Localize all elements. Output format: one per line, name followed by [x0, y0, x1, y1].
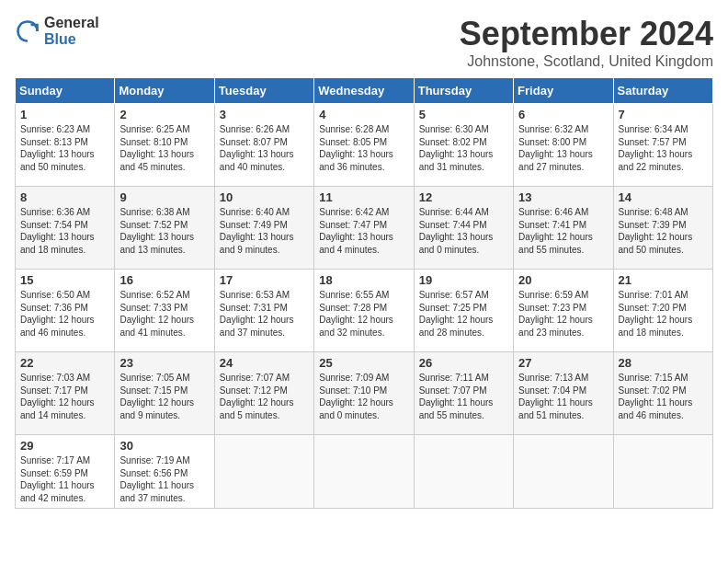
location-subtitle: Johnstone, Scotland, United Kingdom: [460, 53, 713, 70]
day-detail: Sunrise: 6:50 AMSunset: 7:36 PMDaylight:…: [20, 290, 95, 338]
day-number: 2: [119, 108, 209, 121]
header-sunday: Sunday: [16, 78, 115, 104]
calendar-cell: [514, 435, 613, 509]
calendar-cell: 7 Sunrise: 6:34 AMSunset: 7:57 PMDayligh…: [613, 104, 712, 187]
day-number: 15: [20, 273, 109, 287]
calendar-cell: 10 Sunrise: 6:40 AMSunset: 7:49 PMDaylig…: [214, 187, 313, 270]
day-number: 18: [319, 273, 408, 287]
day-detail: Sunrise: 7:01 AMSunset: 7:20 PMDaylight:…: [619, 290, 693, 338]
day-number: 16: [119, 273, 209, 287]
header-friday: Friday: [514, 78, 613, 104]
day-detail: Sunrise: 7:13 AMSunset: 7:04 PMDaylight:…: [518, 373, 593, 420]
day-number: 21: [619, 273, 708, 287]
day-detail: Sunrise: 6:30 AMSunset: 8:02 PMDaylight:…: [419, 124, 494, 172]
day-number: 28: [619, 356, 708, 370]
day-number: 6: [518, 108, 608, 121]
day-number: 7: [619, 108, 708, 121]
day-detail: Sunrise: 6:25 AMSunset: 8:10 PMDaylight:…: [119, 124, 194, 172]
day-detail: Sunrise: 6:55 AMSunset: 7:28 PMDaylight:…: [319, 290, 393, 338]
calendar-cell: 1 Sunrise: 6:23 AMSunset: 8:13 PMDayligh…: [16, 104, 115, 187]
day-number: 8: [20, 190, 109, 204]
calendar-cell: 24 Sunrise: 7:07 AMSunset: 7:12 PMDaylig…: [214, 352, 313, 435]
logo: General Blue: [15, 15, 99, 47]
day-detail: Sunrise: 6:32 AMSunset: 8:00 PMDaylight:…: [518, 124, 593, 172]
day-number: 24: [220, 356, 309, 370]
header-monday: Monday: [115, 78, 214, 104]
day-number: 4: [319, 108, 408, 121]
calendar-cell: 15 Sunrise: 6:50 AMSunset: 7:36 PMDaylig…: [16, 270, 115, 352]
logo-blue-text: Blue: [44, 31, 99, 48]
day-detail: Sunrise: 7:19 AMSunset: 6:56 PMDaylight:…: [119, 455, 194, 503]
calendar-cell: 17 Sunrise: 6:53 AMSunset: 7:31 PMDaylig…: [214, 270, 313, 352]
calendar-cell: 5 Sunrise: 6:30 AMSunset: 8:02 PMDayligh…: [414, 104, 513, 187]
calendar-cell: 8 Sunrise: 6:36 AMSunset: 7:54 PMDayligh…: [16, 187, 115, 270]
calendar-cell: 28 Sunrise: 7:15 AMSunset: 7:02 PMDaylig…: [613, 352, 712, 435]
header-wednesday: Wednesday: [314, 78, 414, 104]
calendar-cell: 4 Sunrise: 6:28 AMSunset: 8:05 PMDayligh…: [314, 104, 414, 187]
day-number: 5: [419, 108, 508, 121]
day-number: 25: [319, 356, 408, 370]
calendar-cell: [613, 435, 712, 509]
day-number: 12: [419, 190, 508, 204]
calendar-cell: 9 Sunrise: 6:38 AMSunset: 7:52 PMDayligh…: [115, 187, 214, 270]
day-number: 13: [518, 190, 608, 204]
day-number: 1: [20, 108, 109, 121]
day-detail: Sunrise: 6:42 AMSunset: 7:47 PMDaylight:…: [319, 207, 393, 255]
day-number: 9: [119, 190, 209, 204]
day-number: 14: [619, 190, 708, 204]
day-number: 17: [220, 273, 309, 287]
calendar-cell: 18 Sunrise: 6:55 AMSunset: 7:28 PMDaylig…: [314, 270, 414, 352]
month-title: September 2024: [460, 15, 713, 53]
day-detail: Sunrise: 6:57 AMSunset: 7:25 PMDaylight:…: [419, 290, 494, 338]
calendar-table: Sunday Monday Tuesday Wednesday Thursday…: [15, 77, 713, 509]
day-detail: Sunrise: 6:59 AMSunset: 7:23 PMDaylight:…: [518, 290, 593, 338]
day-number: 10: [220, 190, 309, 204]
day-detail: Sunrise: 6:40 AMSunset: 7:49 PMDaylight:…: [220, 207, 294, 255]
day-detail: Sunrise: 6:52 AMSunset: 7:33 PMDaylight:…: [119, 290, 194, 338]
day-number: 29: [20, 439, 109, 453]
day-detail: Sunrise: 6:46 AMSunset: 7:41 PMDaylight:…: [518, 207, 593, 255]
calendar-cell: 2 Sunrise: 6:25 AMSunset: 8:10 PMDayligh…: [115, 104, 214, 187]
day-detail: Sunrise: 7:09 AMSunset: 7:10 PMDaylight:…: [319, 373, 393, 420]
day-detail: Sunrise: 7:11 AMSunset: 7:07 PMDaylight:…: [419, 373, 494, 420]
calendar-cell: 22 Sunrise: 7:03 AMSunset: 7:17 PMDaylig…: [16, 352, 115, 435]
day-detail: Sunrise: 6:28 AMSunset: 8:05 PMDaylight:…: [319, 124, 393, 172]
calendar-cell: 21 Sunrise: 7:01 AMSunset: 7:20 PMDaylig…: [613, 270, 712, 352]
calendar-cell: 20 Sunrise: 6:59 AMSunset: 7:23 PMDaylig…: [514, 270, 613, 352]
header-thursday: Thursday: [414, 78, 513, 104]
calendar-cell: [414, 435, 513, 509]
day-detail: Sunrise: 7:17 AMSunset: 6:59 PMDaylight:…: [20, 455, 95, 503]
day-detail: Sunrise: 7:07 AMSunset: 7:12 PMDaylight:…: [220, 373, 294, 420]
day-number: 3: [220, 108, 309, 121]
day-detail: Sunrise: 6:26 AMSunset: 8:07 PMDaylight:…: [220, 124, 294, 172]
calendar-cell: 30 Sunrise: 7:19 AMSunset: 6:56 PMDaylig…: [115, 435, 214, 509]
calendar-cell: 3 Sunrise: 6:26 AMSunset: 8:07 PMDayligh…: [214, 104, 313, 187]
day-detail: Sunrise: 7:15 AMSunset: 7:02 PMDaylight:…: [619, 373, 693, 420]
day-number: 23: [119, 356, 209, 370]
day-number: 22: [20, 356, 109, 370]
calendar-header-row: Sunday Monday Tuesday Wednesday Thursday…: [16, 78, 713, 104]
day-number: 27: [518, 356, 608, 370]
calendar-cell: 26 Sunrise: 7:11 AMSunset: 7:07 PMDaylig…: [414, 352, 513, 435]
calendar-cell: [214, 435, 313, 509]
calendar-cell: 27 Sunrise: 7:13 AMSunset: 7:04 PMDaylig…: [514, 352, 613, 435]
day-detail: Sunrise: 6:34 AMSunset: 7:57 PMDaylight:…: [619, 124, 693, 172]
calendar-cell: 11 Sunrise: 6:42 AMSunset: 7:47 PMDaylig…: [314, 187, 414, 270]
calendar-cell: 13 Sunrise: 6:46 AMSunset: 7:41 PMDaylig…: [514, 187, 613, 270]
title-area: September 2024 Johnstone, Scotland, Unit…: [460, 15, 713, 70]
day-detail: Sunrise: 6:48 AMSunset: 7:39 PMDaylight:…: [619, 207, 693, 255]
calendar-cell: [314, 435, 414, 509]
day-number: 30: [119, 439, 209, 453]
day-detail: Sunrise: 7:05 AMSunset: 7:15 PMDaylight:…: [119, 373, 194, 420]
logo-icon: [15, 18, 40, 44]
day-detail: Sunrise: 6:44 AMSunset: 7:44 PMDaylight:…: [419, 207, 494, 255]
day-number: 19: [419, 273, 508, 287]
day-detail: Sunrise: 6:53 AMSunset: 7:31 PMDaylight:…: [220, 290, 294, 338]
calendar-cell: 19 Sunrise: 6:57 AMSunset: 7:25 PMDaylig…: [414, 270, 513, 352]
calendar-cell: 29 Sunrise: 7:17 AMSunset: 6:59 PMDaylig…: [16, 435, 115, 509]
day-detail: Sunrise: 6:36 AMSunset: 7:54 PMDaylight:…: [20, 207, 95, 255]
calendar-cell: 25 Sunrise: 7:09 AMSunset: 7:10 PMDaylig…: [314, 352, 414, 435]
calendar-cell: 14 Sunrise: 6:48 AMSunset: 7:39 PMDaylig…: [613, 187, 712, 270]
day-number: 26: [419, 356, 508, 370]
header-tuesday: Tuesday: [214, 78, 313, 104]
